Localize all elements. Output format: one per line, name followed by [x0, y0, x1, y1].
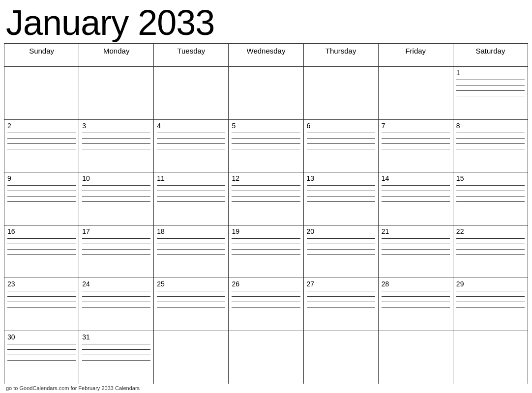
day-number: 14 [382, 174, 450, 182]
writing-line [157, 307, 225, 308]
day-lines [232, 133, 300, 149]
day-lines [382, 291, 450, 308]
day-cell-24: 24 [79, 278, 154, 331]
day-cell-19: 19 [229, 225, 303, 278]
day-number: 30 [7, 333, 76, 341]
writing-line [382, 143, 450, 144]
day-number: 22 [456, 227, 525, 235]
empty-cell [304, 67, 379, 119]
day-number: 9 [7, 174, 76, 182]
empty-cell [379, 67, 453, 119]
writing-line [456, 185, 525, 186]
writing-line [82, 349, 150, 350]
day-lines [456, 80, 525, 96]
day-cell-1: 1 [453, 67, 528, 119]
day-lines [157, 238, 225, 255]
day-lines [456, 185, 525, 202]
day-number: 15 [456, 174, 525, 182]
day-number: 19 [232, 227, 300, 235]
writing-line [456, 191, 525, 191]
writing-line [7, 143, 76, 144]
writing-line [7, 307, 76, 308]
day-lines [307, 291, 375, 308]
writing-line [7, 244, 76, 244]
day-number: 13 [307, 174, 375, 182]
day-number: 18 [157, 227, 225, 235]
footer-text: go to GoodCalendars.com for February 203… [4, 384, 528, 391]
writing-line [157, 191, 225, 191]
writing-line [7, 249, 76, 250]
writing-line [82, 196, 150, 196]
day-cell-13: 13 [304, 172, 379, 225]
day-cell-25: 25 [154, 278, 229, 331]
day-number: 26 [232, 280, 300, 288]
writing-line [232, 149, 300, 149]
writing-line [382, 249, 450, 250]
writing-line [7, 344, 76, 344]
writing-line [456, 143, 525, 144]
day-number: 20 [307, 227, 375, 235]
day-cell-21: 21 [379, 225, 453, 278]
writing-line [307, 296, 375, 297]
writing-line [307, 191, 375, 191]
day-cell-2: 2 [4, 120, 79, 172]
day-cell-20: 20 [304, 225, 379, 278]
writing-line [157, 201, 225, 202]
writing-line [382, 291, 450, 291]
writing-line [82, 254, 150, 255]
writing-line [232, 296, 300, 297]
writing-line [307, 133, 375, 133]
day-lines [307, 133, 375, 149]
writing-line [382, 254, 450, 255]
writing-line [157, 149, 225, 149]
day-lines [7, 344, 76, 361]
writing-line [157, 249, 225, 250]
writing-line [382, 185, 450, 186]
empty-cell [453, 331, 528, 384]
writing-line [7, 201, 76, 202]
writing-line [382, 191, 450, 191]
empty-cell [154, 67, 229, 119]
writing-line [157, 196, 225, 196]
day-lines [157, 291, 225, 308]
writing-line [382, 296, 450, 297]
writing-line [157, 138, 225, 139]
writing-line [232, 254, 300, 255]
day-cell-4: 4 [154, 120, 229, 172]
day-number: 16 [7, 227, 76, 235]
writing-line [7, 254, 76, 255]
day-number: 6 [307, 122, 375, 130]
day-cell-18: 18 [154, 225, 229, 278]
day-number: 28 [382, 280, 450, 288]
writing-line [157, 185, 225, 186]
writing-line [232, 143, 300, 144]
writing-line [82, 249, 150, 250]
day-number: 17 [82, 227, 150, 235]
day-lines [232, 291, 300, 308]
calendar-title: January 2033 [4, 5, 528, 40]
writing-line [157, 296, 225, 297]
day-cell-11: 11 [154, 172, 229, 225]
day-cell-14: 14 [379, 172, 453, 225]
writing-line [307, 185, 375, 186]
writing-line [456, 302, 525, 302]
writing-line [456, 138, 525, 139]
day-number: 8 [456, 122, 525, 130]
writing-line [82, 244, 150, 244]
writing-line [456, 244, 525, 244]
day-number: 29 [456, 280, 525, 288]
writing-line [157, 302, 225, 302]
writing-line [7, 302, 76, 302]
empty-cell [229, 67, 303, 119]
day-cell-9: 9 [4, 172, 79, 225]
empty-cell [379, 331, 453, 384]
writing-line [7, 149, 76, 149]
writing-line [456, 80, 525, 80]
writing-line [232, 133, 300, 133]
empty-cell [79, 67, 154, 119]
writing-line [82, 344, 150, 344]
writing-line [82, 291, 150, 291]
day-cell-22: 22 [453, 225, 528, 278]
writing-line [382, 149, 450, 149]
day-number: 23 [7, 280, 76, 288]
